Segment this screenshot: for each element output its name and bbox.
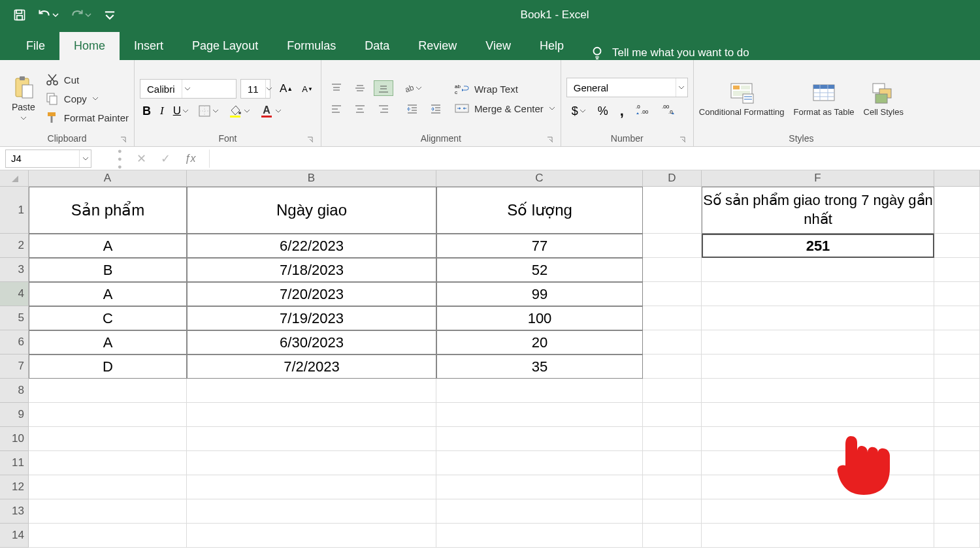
cell[interactable]: [702, 306, 934, 330]
cell[interactable]: 100: [436, 306, 643, 330]
row-header[interactable]: 8: [0, 379, 29, 403]
cell[interactable]: [643, 282, 702, 306]
cancel-formula-button[interactable]: ✕: [137, 151, 146, 166]
cell[interactable]: [934, 354, 980, 379]
cell[interactable]: 77: [436, 234, 643, 258]
cell[interactable]: [643, 258, 702, 282]
cell[interactable]: [702, 451, 934, 475]
cell[interactable]: 6/30/2023: [187, 330, 436, 354]
cell[interactable]: [934, 330, 980, 354]
tell-me-search[interactable]: Tell me what you want to do: [578, 46, 761, 60]
cell[interactable]: [29, 475, 187, 499]
cell[interactable]: Số sản phẩm giao trong 7 ngày gần nhất: [702, 187, 934, 234]
column-header-next[interactable]: [934, 170, 980, 187]
increase-decimal-button[interactable]: .0.00: [636, 103, 650, 119]
cell[interactable]: [934, 524, 980, 548]
font-color-button[interactable]: A: [259, 104, 282, 118]
cell[interactable]: Sản phẩm: [29, 187, 187, 234]
row-header[interactable]: 10: [0, 427, 29, 451]
cell[interactable]: [436, 475, 643, 499]
cell[interactable]: 35: [436, 354, 643, 379]
tab-review[interactable]: Review: [404, 32, 471, 60]
cell[interactable]: [29, 451, 187, 475]
cell[interactable]: [934, 451, 980, 475]
font-dialog-launcher[interactable]: [306, 135, 314, 143]
cell[interactable]: B: [29, 258, 187, 282]
cell[interactable]: [187, 403, 436, 427]
increase-font-button[interactable]: A▲: [277, 80, 295, 98]
align-left-button[interactable]: [327, 101, 346, 117]
cell[interactable]: 7/2/2023: [187, 354, 436, 379]
cell[interactable]: [702, 524, 934, 548]
redo-button[interactable]: [71, 8, 84, 22]
qat-customize-button[interactable]: [103, 8, 116, 22]
decrease-font-button[interactable]: A▼: [299, 80, 316, 98]
tab-insert[interactable]: Insert: [120, 32, 178, 60]
align-right-button[interactable]: [374, 101, 393, 117]
merge-center-button[interactable]: Merge & Center: [455, 102, 555, 114]
row-header[interactable]: 13: [0, 499, 29, 524]
cell[interactable]: [934, 403, 980, 427]
accounting-format-button[interactable]: $: [572, 104, 586, 118]
cell[interactable]: [702, 354, 934, 379]
row-header[interactable]: 2: [0, 234, 29, 258]
cell[interactable]: A: [29, 282, 187, 306]
align-bottom-button[interactable]: [374, 80, 393, 96]
cell[interactable]: [29, 499, 187, 524]
italic-button[interactable]: I: [160, 104, 164, 118]
cell-styles-button[interactable]: Cell Styles: [864, 81, 904, 117]
cell[interactable]: [702, 282, 934, 306]
cell[interactable]: [436, 524, 643, 548]
save-button[interactable]: [13, 8, 26, 22]
column-header-b[interactable]: B: [187, 170, 436, 187]
tab-view[interactable]: View: [471, 32, 525, 60]
cell[interactable]: [187, 524, 436, 548]
cell[interactable]: C: [29, 306, 187, 330]
cell[interactable]: 20: [436, 330, 643, 354]
cell[interactable]: 7/18/2023: [187, 258, 436, 282]
cell[interactable]: [643, 524, 702, 548]
cell[interactable]: [934, 306, 980, 330]
cell[interactable]: [934, 379, 980, 403]
cell[interactable]: 251: [702, 234, 934, 258]
align-middle-button[interactable]: [350, 80, 370, 96]
row-header[interactable]: 3: [0, 258, 29, 282]
cell[interactable]: [643, 306, 702, 330]
tab-file[interactable]: File: [12, 32, 59, 60]
paste-button[interactable]: Paste: [5, 73, 42, 124]
cell[interactable]: [934, 499, 980, 524]
column-header-d[interactable]: D: [643, 170, 702, 187]
conditional-formatting-button[interactable]: Conditional Formatting: [699, 81, 785, 117]
insert-function-button[interactable]: ƒx: [185, 153, 196, 165]
cell[interactable]: [702, 475, 934, 499]
row-header[interactable]: 9: [0, 403, 29, 427]
cell[interactable]: [643, 330, 702, 354]
align-top-button[interactable]: [327, 80, 346, 96]
cell[interactable]: [29, 524, 187, 548]
cell[interactable]: D: [29, 354, 187, 379]
orientation-button[interactable]: ab: [402, 80, 422, 96]
borders-button[interactable]: [198, 104, 219, 118]
cell[interactable]: [643, 187, 702, 234]
cell[interactable]: [643, 427, 702, 451]
cell[interactable]: [934, 475, 980, 499]
cell[interactable]: 52: [436, 258, 643, 282]
cell[interactable]: [436, 403, 643, 427]
number-format-combo[interactable]: General: [566, 78, 688, 97]
column-header-c[interactable]: C: [436, 170, 643, 187]
cell[interactable]: [702, 258, 934, 282]
cell[interactable]: [436, 427, 643, 451]
column-header-f[interactable]: F: [702, 170, 934, 187]
cell[interactable]: [187, 475, 436, 499]
cell[interactable]: [643, 475, 702, 499]
clipboard-dialog-launcher[interactable]: [120, 135, 127, 143]
redo-dropdown-icon[interactable]: [85, 12, 91, 18]
copy-button[interactable]: Copy: [46, 92, 129, 105]
row-header[interactable]: 14: [0, 524, 29, 548]
cell[interactable]: [187, 427, 436, 451]
formula-input[interactable]: [209, 150, 980, 168]
cell[interactable]: [29, 427, 187, 451]
format-as-table-button[interactable]: Format as Table: [794, 81, 855, 117]
cell[interactable]: [29, 403, 187, 427]
cell[interactable]: 7/19/2023: [187, 306, 436, 330]
